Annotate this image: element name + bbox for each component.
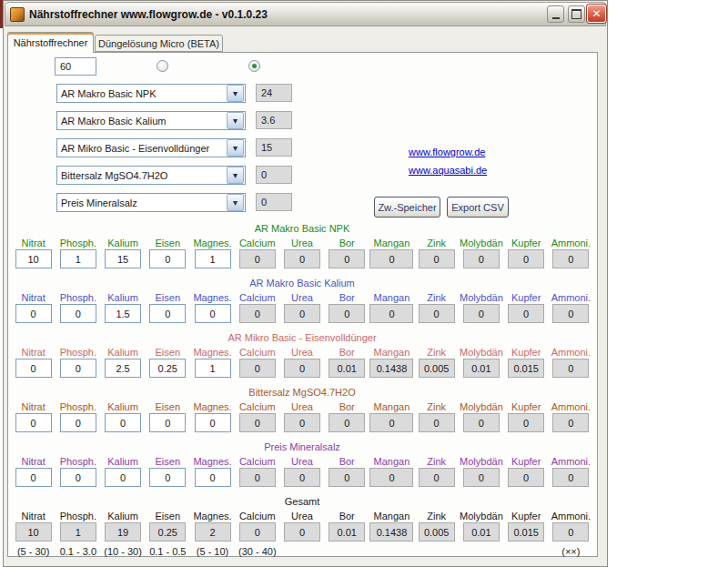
bittersalz-mgso4-7h2o-kalium-field[interactable]: 0 [105, 413, 141, 432]
ar-mikro-basic-eisenvolld-nger-kupfer-field: 0.015 [508, 359, 544, 378]
bittersalz-mgso4-7h2o-molybd-n-field: 0 [463, 413, 500, 432]
duenger2-select[interactable]: AR Makro Basic Kalium▾ [56, 111, 246, 130]
value-cell: 0.1438 [369, 359, 414, 378]
duenger1-select[interactable]: AR Makro Basic NPK▾ [56, 84, 246, 103]
tab-naehrstoffrechner[interactable]: Nährstoffrechner [7, 32, 94, 53]
value-cell: 0 [549, 359, 593, 378]
radio-duengemenge[interactable] [248, 60, 260, 72]
column-header-eisen: Eisen [146, 237, 190, 248]
value-cell: 15 [100, 249, 145, 268]
column-header-mangan: Mangan [369, 455, 414, 467]
value-cell: 0 [369, 304, 414, 323]
column-header-ammoni: Ammoni. [549, 237, 593, 248]
value-cell: 0 [235, 304, 279, 323]
maximize-button[interactable] [568, 5, 585, 23]
column-header-kalium: Kalium [100, 237, 145, 248]
zw-speicher-button[interactable]: Zw.-Speicher [374, 197, 440, 218]
ar-mikro-basic-eisenvolld-nger-molybd-n-field: 0.01 [463, 359, 500, 378]
column-header-phosph: Phosph. [56, 237, 100, 248]
column-header-nitrat: Nitrat [11, 291, 56, 303]
preis-mineralsalz-eisen-field[interactable]: 0 [149, 468, 186, 487]
minimize-button[interactable] [547, 5, 564, 23]
gesamt-phosph-field: 1 [60, 522, 96, 542]
ar-makro-basic-npk-nitrat-field[interactable]: 10 [15, 249, 52, 268]
ar-makro-basic-kalium-urea-field: 0 [284, 304, 320, 323]
duenger4-amount: 0 [256, 166, 292, 184]
ar-makro-basic-npk-kalium-field[interactable]: 15 [105, 249, 141, 268]
ar-mikro-basic-eisenvolld-nger-nitrat-field[interactable]: 0 [15, 359, 52, 378]
ar-mikro-basic-eisenvolld-nger-kalium-field[interactable]: 2.5 [105, 359, 141, 378]
value-cell: 0 [279, 522, 324, 542]
preis-mineralsalz-calcium-field: 0 [239, 468, 276, 487]
duenger3-select[interactable]: AR Mikro Basic - Eisenvolldünger▾ [56, 138, 246, 157]
range-label-phosph: 0.1 - 3.0 [56, 545, 100, 558]
tab-duengeloesung-micro[interactable]: Düngelösung Micro (BETA) [95, 35, 223, 52]
bittersalz-mgso4-7h2o-eisen-field[interactable]: 0 [149, 413, 186, 432]
gesamt-eisen-field: 0.25 [149, 522, 186, 542]
gesamt-urea-field: 0 [284, 522, 320, 542]
value-cell: 0 [11, 468, 56, 487]
column-header-kupfer: Kupfer [504, 510, 549, 521]
column-header-molybd-n: Molybdän [459, 455, 503, 467]
link-flowgrow[interactable]: www.flowgrow.de [409, 147, 485, 157]
close-button[interactable]: ✕ [587, 5, 606, 23]
value-cell: 0.01 [459, 522, 503, 542]
ar-makro-basic-npk-phosph-field[interactable]: 1 [60, 249, 96, 268]
duenger3-selected-value: AR Mikro Basic - Eisenvolldünger [57, 143, 226, 154]
bittersalz-mgso4-7h2o-nitrat-field[interactable]: 0 [15, 413, 52, 432]
link-aquasabi[interactable]: www.aquasabi.de [409, 165, 487, 176]
column-header-zink: Zink [414, 455, 459, 467]
column-header-nitrat: Nitrat [11, 510, 56, 521]
section-values-preis-mineralsalz: 0000000000000 [11, 468, 593, 487]
preis-mineralsalz-kalium-field[interactable]: 0 [105, 468, 141, 487]
value-cell: 2.5 [100, 359, 145, 378]
ar-mikro-basic-eisenvolld-nger-magnes-field[interactable]: 1 [195, 359, 231, 378]
ar-makro-basic-kalium-nitrat-field[interactable]: 0 [15, 304, 52, 323]
volume-input[interactable]: 60 [55, 57, 96, 76]
chevron-down-icon: ▾ [227, 85, 244, 102]
value-cell: 0 [146, 468, 190, 487]
section-title-ar-mikro-basic-eisenvolld-nger: AR Mikro Basic - Eisenvolldünger [11, 332, 593, 343]
export-csv-button[interactable]: Export CSV [447, 197, 509, 218]
column-header-kupfer: Kupfer [504, 346, 549, 358]
column-header-zink: Zink [414, 400, 459, 412]
ar-mikro-basic-eisenvolld-nger-phosph-field[interactable]: 0 [60, 359, 96, 378]
column-header-mangan: Mangan [369, 291, 414, 303]
column-header-ammoni: Ammoni. [549, 400, 593, 412]
ar-mikro-basic-eisenvolld-nger-eisen-field[interactable]: 0.25 [149, 359, 186, 378]
value-cell: 0 [549, 468, 593, 487]
column-header-kalium: Kalium [100, 400, 145, 412]
bittersalz-mgso4-7h2o-phosph-field[interactable]: 0 [60, 413, 96, 432]
duenger5-select[interactable]: Preis Mineralsalz▾ [56, 193, 246, 212]
column-header-magnes: Magnes. [190, 346, 235, 358]
column-header-molybd-n: Molybdän [459, 237, 503, 248]
column-header-urea: Urea [279, 510, 324, 521]
column-header-molybd-n: Molybdän [459, 400, 503, 412]
preis-mineralsalz-magnes-field[interactable]: 0 [195, 468, 231, 487]
value-cell: 0 [146, 413, 190, 432]
ar-makro-basic-npk-magnes-field[interactable]: 1 [195, 249, 231, 268]
value-cell: 0 [235, 359, 279, 378]
section-values-ar-makro-basic-kalium: 001.50000000000 [11, 304, 593, 323]
ar-makro-basic-kalium-molybd-n-field: 0 [463, 304, 500, 323]
column-header-ammoni: Ammoni. [549, 510, 593, 521]
value-cell: 0 [414, 468, 459, 487]
range-label-magnes: (5 - 10) [190, 545, 235, 558]
ar-makro-basic-npk-ammoni-field: 0 [552, 249, 589, 268]
ar-makro-basic-npk-eisen-field[interactable]: 0 [149, 249, 186, 268]
preis-mineralsalz-nitrat-field[interactable]: 0 [15, 468, 52, 487]
bittersalz-mgso4-7h2o-magnes-field[interactable]: 0 [195, 413, 231, 432]
ar-makro-basic-kalium-eisen-field[interactable]: 0 [149, 304, 186, 323]
titlebar: Nährstoffrechner www.flowgrow.de - v0.1.… [5, 2, 606, 26]
chevron-down-icon: ▾ [227, 112, 244, 129]
radio-naehrstoffmenge[interactable] [157, 60, 168, 72]
ar-makro-basic-kalium-magnes-field[interactable]: 0 [195, 304, 231, 323]
value-cell: 0 [459, 304, 503, 323]
duenger2-amount: 3.6 [256, 111, 292, 129]
column-header-molybd-n: Molybdän [459, 510, 503, 521]
preis-mineralsalz-ammoni-field: 0 [552, 468, 589, 487]
preis-mineralsalz-phosph-field[interactable]: 0 [60, 468, 96, 487]
duenger4-select[interactable]: Bittersalz MgSO4.7H2O▾ [56, 166, 246, 185]
ar-makro-basic-kalium-kalium-field[interactable]: 1.5 [105, 304, 141, 323]
ar-makro-basic-kalium-phosph-field[interactable]: 0 [60, 304, 96, 323]
